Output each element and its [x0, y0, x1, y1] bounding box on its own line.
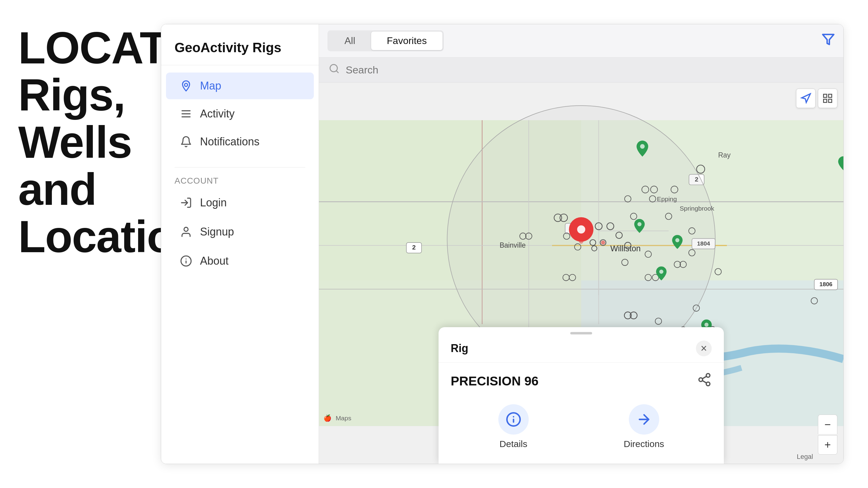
- svg-text:Bainville: Bainville: [500, 241, 526, 249]
- sidebar-divider: [175, 167, 305, 167]
- popup-header: Rig ×: [439, 334, 724, 363]
- tab-group: All Favorites: [328, 30, 444, 51]
- sidebar-item-notifications-label: Notifications: [200, 135, 259, 148]
- svg-point-91: [601, 240, 605, 244]
- info-icon: [179, 254, 193, 268]
- map-controls-top: [796, 89, 837, 108]
- svg-text:2: 2: [412, 244, 416, 251]
- svg-point-84: [659, 270, 663, 273]
- sidebar-item-signup-label: Signup: [200, 225, 234, 238]
- svg-text:Williston: Williston: [610, 244, 641, 253]
- directions-button[interactable]: Directions: [624, 404, 664, 449]
- signup-icon: [179, 225, 193, 239]
- login-icon: [179, 196, 193, 209]
- directions-icon-circle: [629, 404, 659, 435]
- popup-name-row: PRECISION 96: [451, 372, 712, 390]
- location-button[interactable]: [796, 89, 815, 108]
- main-area: All Favorites: [319, 24, 843, 464]
- svg-point-83: [637, 222, 641, 226]
- svg-marker-9: [823, 35, 834, 44]
- svg-point-0: [185, 84, 188, 87]
- sidebar-nav: Map Activity: [161, 65, 319, 162]
- directions-label: Directions: [624, 439, 664, 449]
- tab-all[interactable]: All: [329, 32, 371, 50]
- popup-body: PRECISION 96: [439, 363, 724, 464]
- popup-close-button[interactable]: ×: [696, 340, 712, 356]
- map-icon: [179, 79, 193, 93]
- svg-marker-93: [802, 94, 811, 102]
- details-icon-circle: [498, 404, 529, 435]
- promo-line4: and: [18, 166, 143, 213]
- sidebar: GeoActivity Rigs Map: [161, 24, 319, 464]
- app-title: GeoActivity Rigs: [175, 40, 305, 55]
- sidebar-item-about[interactable]: About: [166, 248, 314, 274]
- sidebar-item-login-label: Login: [200, 196, 227, 209]
- svg-rect-95: [829, 94, 832, 98]
- sidebar-item-map[interactable]: Map: [166, 72, 314, 99]
- svg-point-5: [184, 227, 188, 231]
- svg-rect-94: [824, 94, 827, 98]
- bell-icon: [179, 135, 193, 148]
- popup-actions: Details Directions: [451, 399, 712, 454]
- sidebar-item-signup[interactable]: Signup: [166, 218, 314, 245]
- zoom-plus-button[interactable]: +: [818, 435, 837, 455]
- details-label: Details: [500, 439, 527, 449]
- filter-icon[interactable]: [822, 33, 835, 49]
- account-section-label: ACCOUNT: [161, 172, 319, 188]
- sidebar-item-activity-label: Activity: [200, 108, 235, 120]
- svg-text:Ray: Ray: [718, 151, 731, 159]
- top-bar: All Favorites: [319, 24, 843, 58]
- promo-line1: LOCATE: [18, 24, 143, 71]
- sidebar-item-notifications[interactable]: Notifications: [166, 128, 314, 155]
- sidebar-item-about-label: About: [200, 255, 228, 267]
- svg-line-101: [702, 380, 707, 383]
- svg-text:Epping: Epping: [657, 195, 677, 203]
- tab-favorites[interactable]: Favorites: [371, 32, 443, 50]
- promo-line3: Wells: [18, 119, 143, 166]
- zoom-minus-button[interactable]: −: [818, 415, 837, 434]
- svg-point-90: [579, 240, 583, 244]
- svg-text:🍎
          Maps: 🍎 Maps: [323, 414, 351, 422]
- svg-line-11: [336, 71, 338, 73]
- search-icon: [329, 63, 340, 77]
- svg-text:1806: 1806: [819, 281, 833, 287]
- search-bar: [319, 58, 843, 83]
- popup-handle: [570, 332, 592, 334]
- svg-rect-96: [824, 99, 827, 102]
- popup-title: Rig: [451, 342, 468, 355]
- promo-section: LOCATE Rigs, Wells and Locations: [0, 0, 161, 272]
- sidebar-item-activity[interactable]: Activity: [166, 100, 314, 127]
- svg-point-82: [640, 144, 645, 149]
- sidebar-item-map-label: Map: [200, 80, 221, 92]
- svg-text:Springbrook: Springbrook: [680, 205, 714, 212]
- svg-rect-97: [829, 99, 832, 102]
- svg-point-86: [705, 323, 708, 327]
- promo-line2: Rigs,: [18, 71, 143, 118]
- sidebar-header: GeoActivity Rigs: [161, 24, 319, 65]
- search-input[interactable]: [346, 64, 834, 76]
- sidebar-item-login[interactable]: Login: [166, 189, 314, 216]
- share-button[interactable]: [697, 372, 712, 390]
- promo-line5: Locations: [18, 213, 143, 260]
- svg-line-102: [702, 376, 707, 379]
- map-container[interactable]: 2 85B 1804 2 1806: [319, 83, 843, 464]
- activity-icon: [179, 107, 193, 120]
- legal-text: Legal: [797, 453, 813, 461]
- rig-name: PRECISION 96: [451, 374, 538, 389]
- map-type-button[interactable]: [818, 89, 837, 108]
- rig-detail-popup: Rig × PRECISION 96: [439, 327, 724, 464]
- svg-point-85: [675, 238, 679, 242]
- svg-point-89: [577, 225, 585, 234]
- zoom-controls: − +: [818, 415, 837, 455]
- app-window: GeoActivity Rigs Map: [161, 24, 844, 464]
- details-button[interactable]: Details: [498, 404, 529, 449]
